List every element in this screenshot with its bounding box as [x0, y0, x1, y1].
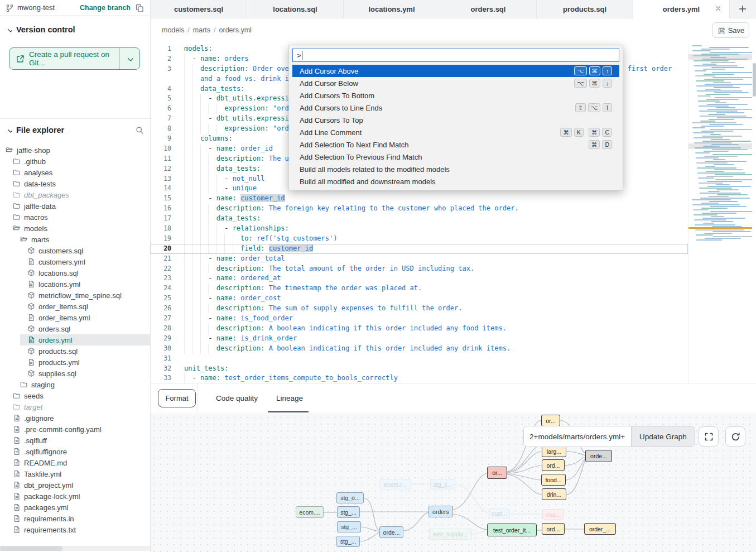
tab-lineage[interactable]: Lineage [276, 383, 303, 412]
file-tree-item-requirements.txt[interactable]: requirements.txt [0, 524, 150, 535]
palette-item-add-cursors-to-line-ends[interactable]: Add Cursors to Line Ends⇧⌥I [292, 102, 619, 114]
palette-item-add-cursor-above[interactable]: Add Cursor Above⌥⌘↑ [292, 65, 619, 77]
file-tree-item-seeds[interactable]: seeds [0, 390, 150, 401]
lineage-node-n18[interactable]: food... [541, 474, 566, 486]
file-tree-item-orders.sql[interactable]: orders.sql [0, 323, 150, 334]
lineage-node-n5[interactable]: stg_... [336, 536, 360, 547]
code-line-19[interactable]: 19to: ref('stg_customers') [151, 234, 688, 244]
code-line-30[interactable]: 30description: A boolean indicating if t… [151, 344, 688, 354]
file-tree-item-package-lock.yml[interactable]: package-lock.yml [0, 491, 150, 502]
update-graph-button[interactable]: Update Graph [631, 426, 695, 447]
editor-tab-locations.sql[interactable]: locations.sql [247, 0, 344, 18]
palette-item-add-cursor-below[interactable]: Add Cursor Below⌥⌘↓ [292, 77, 619, 89]
file-tree-item-customers.sql[interactable]: customers.sql [0, 245, 150, 256]
lineage-node-n4[interactable]: stg_... [337, 521, 361, 532]
lineage-node-n2[interactable]: stg_o... [336, 492, 364, 503]
refresh-button[interactable] [725, 426, 745, 447]
create-pull-request-button[interactable]: Create a pull request on Git... [9, 47, 140, 70]
format-button[interactable]: Format [158, 389, 196, 407]
create-pull-request-main[interactable]: Create a pull request on Git... [9, 48, 119, 69]
copy-button[interactable] [134, 3, 145, 13]
file-tree-item-supplies.sql[interactable]: supplies.sql [0, 368, 150, 379]
lineage-selector-input[interactable] [524, 426, 631, 447]
minimap[interactable] [688, 42, 752, 383]
breadcrumb-part[interactable]: orders.yml [219, 26, 252, 34]
scrollbar-thumb[interactable] [0, 546, 62, 551]
breadcrumb-part[interactable]: models [162, 26, 184, 34]
file-tree-item-models[interactable]: models [0, 223, 150, 234]
new-tab-button[interactable] [730, 0, 755, 18]
lineage-canvas[interactable]: Update Graph ecom....stg_o...stg_...stg_… [151, 414, 756, 552]
file-tree-item-products.sql[interactable]: products.sql [0, 345, 150, 357]
file-tree-item-marts[interactable]: marts [0, 234, 150, 245]
code-line-28[interactable]: 28description: A boolean indicating if t… [151, 324, 688, 334]
file-tree-item-locations.sql[interactable]: locations.sql [0, 267, 150, 279]
lineage-node-n17[interactable]: ord... [542, 459, 565, 471]
file-tree-item-requirements.in[interactable]: requirements.in [0, 513, 150, 524]
lineage-node-n22[interactable]: ord... [542, 523, 565, 535]
file-tree-item-.github[interactable]: .github [0, 156, 150, 167]
file-tree-item-metricflow_time_spine.sql[interactable]: metricflow_time_spine.sql [0, 290, 150, 301]
lineage-node-n6[interactable]: orde... [379, 526, 403, 538]
lineage-node-n8[interactable]: ecom.r... [379, 479, 411, 489]
code-line-27[interactable]: 27- name: is_food_order [151, 314, 688, 324]
lineage-node-n9[interactable]: stg_c... [430, 479, 455, 489]
code-line-33[interactable]: 33- name: test_order_items_compute_to_bo… [151, 373, 688, 383]
close-icon[interactable] [715, 5, 723, 13]
file-tree-item-README.md[interactable]: README.md [0, 457, 150, 468]
file-tree-item-jaffle-shop[interactable]: jaffle-shop [0, 145, 150, 156]
file-tree-item-.sqlfluffignore[interactable]: .sqlfluffignore [0, 446, 150, 457]
file-tree-item-jaffle-data[interactable]: jaffle-data [0, 200, 150, 212]
lineage-node-n11[interactable]: cust... [489, 508, 510, 519]
pull-request-dropdown-button[interactable] [119, 48, 139, 69]
lineage-node-n1[interactable]: ecom.... [296, 506, 324, 518]
lineage-node-n20[interactable]: orde... [585, 450, 612, 462]
file-tree-item-customers.yml[interactable]: customers.yml [0, 256, 150, 267]
lineage-node-n3[interactable]: stg_... [337, 506, 360, 518]
code-line-18[interactable]: 18- relationships: [151, 224, 688, 234]
editor-tab-orders.yml[interactable]: orders.yml [633, 0, 730, 18]
palette-item-add-line-comment[interactable]: Add Line Comment⌘K⌘C [292, 126, 619, 138]
save-button[interactable]: Save [712, 22, 749, 38]
file-tree-item-products.yml[interactable]: products.yml [0, 357, 150, 368]
file-tree-item-data-tests[interactable]: data-tests [0, 178, 150, 189]
lineage-node-n7[interactable]: orders [428, 506, 453, 517]
palette-item-add-selection-to-next-find-match[interactable]: Add Selection To Next Find Match⌘D [292, 138, 619, 151]
palette-item-add-selection-to-previous-find-match[interactable]: Add Selection To Previous Find Match [292, 151, 619, 163]
search-icon[interactable] [136, 126, 143, 134]
code-line-26[interactable]: 26description: The sum of supply expense… [151, 304, 688, 314]
lineage-node-n12[interactable]: test_supply... [429, 529, 472, 540]
code-line-20[interactable]: 20field: customer_id [151, 244, 688, 254]
lineage-node-n19[interactable]: drin... [542, 488, 566, 500]
code-line-32[interactable]: 32unit_tests: [151, 364, 688, 374]
fullscreen-button[interactable] [699, 426, 719, 447]
tab-code-quality[interactable]: Code quality [216, 383, 258, 412]
file-tree-item-dbt_project.yml[interactable]: dbt_project.yml [0, 479, 150, 491]
file-tree-item-packages.yml[interactable]: packages.yml [0, 502, 150, 513]
version-control-header[interactable]: Version control [0, 22, 150, 37]
sidebar-horizontal-scrollbar[interactable] [0, 546, 150, 551]
editor-tab-orders.sql[interactable]: orders.sql [440, 0, 537, 18]
code-line-29[interactable]: 29- name: is_drink_order [151, 334, 688, 344]
palette-item-add-cursors-to-bottom[interactable]: Add Cursors To Bottom [292, 89, 619, 102]
lineage-node-n10[interactable]: or... [487, 467, 507, 479]
editor-scrollbar-thumb[interactable] [753, 63, 756, 97]
code-line-15[interactable]: 15- name: customer_id [151, 194, 688, 204]
file-tree-item-orders.yml[interactable]: orders.yml [0, 334, 150, 345]
file-tree-item-.sqlfluff[interactable]: .sqlfluff [0, 435, 150, 446]
code-line-24[interactable]: 24description: The timestamp the order w… [151, 284, 688, 294]
code-line-25[interactable]: 25- name: order_cost [151, 294, 688, 304]
lineage-node-n23[interactable]: order_... [584, 523, 616, 535]
editor-tab-customers.sql[interactable]: customers.sql [151, 0, 247, 18]
file-tree-item-order_items.yml[interactable]: order_items.yml [0, 312, 150, 323]
code-line-16[interactable]: 16description: The foreign key relating … [151, 204, 688, 214]
palette-item-build-all-modified-and-downstream-models[interactable]: Build all modified and downstream models [292, 175, 619, 188]
command-palette-input[interactable]: > [292, 49, 619, 62]
file-tree-item-Taskfile.yml[interactable]: Taskfile.yml [0, 468, 150, 479]
file-tree-item-order_items.sql[interactable]: order_items.sql [0, 301, 150, 312]
lineage-node-n21[interactable]: cus... [542, 509, 564, 520]
code-line-31[interactable]: 31 [151, 354, 688, 364]
editor-tab-locations.yml[interactable]: locations.yml [344, 0, 440, 18]
file-tree-item-macros[interactable]: macros [0, 212, 150, 223]
breadcrumb-part[interactable]: marts [193, 26, 210, 34]
